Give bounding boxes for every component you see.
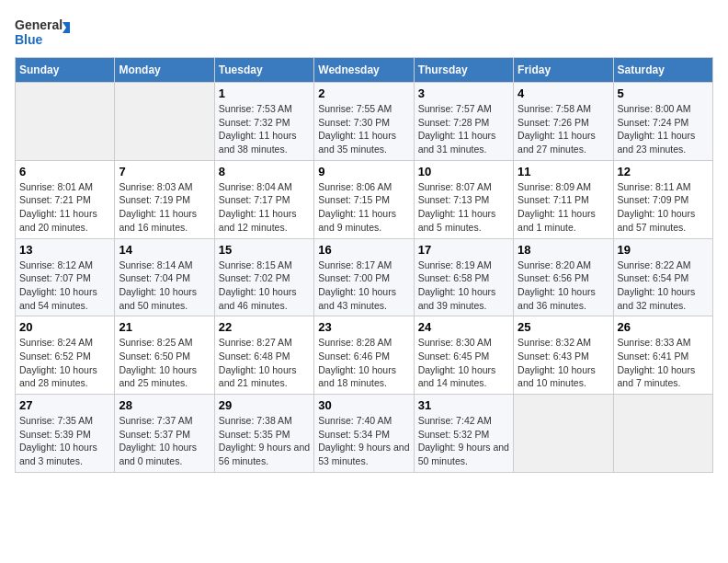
calendar-week-row: 20Sunrise: 8:24 AM Sunset: 6:52 PM Dayli… <box>16 316 713 395</box>
calendar-day-cell: 23Sunrise: 8:28 AM Sunset: 6:46 PM Dayli… <box>314 316 414 395</box>
weekday-header: Thursday <box>414 58 513 83</box>
calendar-day-cell: 27Sunrise: 7:35 AM Sunset: 5:39 PM Dayli… <box>16 395 115 473</box>
day-info: Sunrise: 8:01 AM Sunset: 7:21 PM Dayligh… <box>19 180 110 235</box>
calendar-day-cell: 25Sunrise: 8:32 AM Sunset: 6:43 PM Dayli… <box>514 316 613 395</box>
day-info: Sunrise: 7:58 AM Sunset: 7:26 PM Dayligh… <box>518 102 609 156</box>
day-info: Sunrise: 8:00 AM Sunset: 7:24 PM Dayligh… <box>618 102 709 156</box>
day-info: Sunrise: 8:14 AM Sunset: 7:04 PM Dayligh… <box>119 259 210 313</box>
day-info: Sunrise: 7:37 AM Sunset: 5:37 PM Dayligh… <box>119 414 210 468</box>
calendar-day-cell: 9Sunrise: 8:06 AM Sunset: 7:15 PM Daylig… <box>314 160 414 238</box>
calendar-week-row: 1Sunrise: 7:53 AM Sunset: 7:32 PM Daylig… <box>16 83 713 161</box>
day-number: 20 <box>19 320 110 334</box>
day-number: 25 <box>518 320 609 334</box>
day-number: 28 <box>119 398 210 412</box>
day-info: Sunrise: 8:25 AM Sunset: 6:50 PM Dayligh… <box>119 336 210 390</box>
calendar-day-cell: 24Sunrise: 8:30 AM Sunset: 6:45 PM Dayli… <box>414 316 513 395</box>
calendar-week-row: 6Sunrise: 8:01 AM Sunset: 7:21 PM Daylig… <box>16 160 713 238</box>
weekday-header: Monday <box>115 58 214 83</box>
calendar-day-cell: 15Sunrise: 8:15 AM Sunset: 7:02 PM Dayli… <box>214 238 313 316</box>
day-info: Sunrise: 8:19 AM Sunset: 6:58 PM Dayligh… <box>418 259 509 313</box>
day-info: Sunrise: 7:35 AM Sunset: 5:39 PM Dayligh… <box>19 414 110 468</box>
calendar-day-cell: 10Sunrise: 8:07 AM Sunset: 7:13 PM Dayli… <box>414 160 513 238</box>
day-number: 29 <box>219 398 310 412</box>
page-header: General Blue <box>15 15 713 50</box>
day-number: 12 <box>618 165 709 178</box>
calendar-week-row: 27Sunrise: 7:35 AM Sunset: 5:39 PM Dayli… <box>16 395 713 473</box>
svg-text:General: General <box>15 17 63 32</box>
day-number: 7 <box>119 165 210 178</box>
calendar-day-cell: 3Sunrise: 7:57 AM Sunset: 7:28 PM Daylig… <box>414 83 513 161</box>
day-info: Sunrise: 8:30 AM Sunset: 6:45 PM Dayligh… <box>418 336 509 390</box>
day-info: Sunrise: 8:07 AM Sunset: 7:13 PM Dayligh… <box>418 180 509 235</box>
day-info: Sunrise: 8:04 AM Sunset: 7:17 PM Dayligh… <box>219 180 310 235</box>
day-info: Sunrise: 8:11 AM Sunset: 7:09 PM Dayligh… <box>618 180 709 235</box>
day-number: 24 <box>418 320 509 334</box>
day-number: 10 <box>418 165 509 178</box>
calendar-day-cell <box>16 83 115 161</box>
day-number: 22 <box>219 320 310 334</box>
calendar-day-cell: 17Sunrise: 8:19 AM Sunset: 6:58 PM Dayli… <box>414 238 513 316</box>
day-number: 14 <box>119 243 210 257</box>
weekday-header: Wednesday <box>314 58 414 83</box>
day-number: 27 <box>19 398 110 412</box>
day-info: Sunrise: 8:15 AM Sunset: 7:02 PM Dayligh… <box>219 259 310 313</box>
day-number: 15 <box>219 243 310 257</box>
calendar-table: SundayMondayTuesdayWednesdayThursdayFrid… <box>15 57 713 473</box>
calendar-day-cell: 16Sunrise: 8:17 AM Sunset: 7:00 PM Dayli… <box>314 238 414 316</box>
weekday-header: Sunday <box>16 58 115 83</box>
calendar-day-cell: 5Sunrise: 8:00 AM Sunset: 7:24 PM Daylig… <box>613 83 712 161</box>
day-info: Sunrise: 7:53 AM Sunset: 7:32 PM Dayligh… <box>219 102 310 156</box>
calendar-day-cell: 29Sunrise: 7:38 AM Sunset: 5:35 PM Dayli… <box>214 395 313 473</box>
calendar-day-cell: 22Sunrise: 8:27 AM Sunset: 6:48 PM Dayli… <box>214 316 313 395</box>
calendar-day-cell: 2Sunrise: 7:55 AM Sunset: 7:30 PM Daylig… <box>314 83 414 161</box>
weekday-header: Saturday <box>613 58 712 83</box>
day-info: Sunrise: 7:55 AM Sunset: 7:30 PM Dayligh… <box>318 102 409 156</box>
day-info: Sunrise: 8:12 AM Sunset: 7:07 PM Dayligh… <box>19 259 110 313</box>
day-number: 3 <box>418 86 509 100</box>
calendar-day-cell: 13Sunrise: 8:12 AM Sunset: 7:07 PM Dayli… <box>16 238 115 316</box>
logo-svg: General Blue <box>15 15 70 50</box>
calendar-day-cell: 30Sunrise: 7:40 AM Sunset: 5:34 PM Dayli… <box>314 395 414 473</box>
day-info: Sunrise: 8:03 AM Sunset: 7:19 PM Dayligh… <box>119 180 210 235</box>
day-number: 31 <box>418 398 509 412</box>
day-info: Sunrise: 8:32 AM Sunset: 6:43 PM Dayligh… <box>518 336 609 390</box>
calendar-day-cell <box>613 395 712 473</box>
calendar-day-cell: 26Sunrise: 8:33 AM Sunset: 6:41 PM Dayli… <box>613 316 712 395</box>
day-number: 17 <box>418 243 509 257</box>
day-number: 1 <box>219 86 310 100</box>
day-info: Sunrise: 8:06 AM Sunset: 7:15 PM Dayligh… <box>318 180 409 235</box>
day-number: 9 <box>318 165 409 178</box>
calendar-day-cell: 19Sunrise: 8:22 AM Sunset: 6:54 PM Dayli… <box>613 238 712 316</box>
calendar-day-cell: 31Sunrise: 7:42 AM Sunset: 5:32 PM Dayli… <box>414 395 513 473</box>
svg-marker-2 <box>63 22 70 33</box>
day-info: Sunrise: 8:28 AM Sunset: 6:46 PM Dayligh… <box>318 336 409 390</box>
weekday-header: Friday <box>514 58 613 83</box>
calendar-day-cell: 7Sunrise: 8:03 AM Sunset: 7:19 PM Daylig… <box>115 160 214 238</box>
logo: General Blue <box>15 15 70 50</box>
calendar-day-cell: 6Sunrise: 8:01 AM Sunset: 7:21 PM Daylig… <box>16 160 115 238</box>
calendar-day-cell: 28Sunrise: 7:37 AM Sunset: 5:37 PM Dayli… <box>115 395 214 473</box>
calendar-day-cell: 20Sunrise: 8:24 AM Sunset: 6:52 PM Dayli… <box>16 316 115 395</box>
weekday-header: Tuesday <box>214 58 313 83</box>
calendar-day-cell <box>115 83 214 161</box>
day-number: 16 <box>318 243 409 257</box>
svg-text:Blue: Blue <box>15 32 43 47</box>
day-number: 2 <box>318 86 409 100</box>
day-info: Sunrise: 8:20 AM Sunset: 6:56 PM Dayligh… <box>518 259 609 313</box>
day-number: 6 <box>19 165 110 178</box>
day-info: Sunrise: 8:09 AM Sunset: 7:11 PM Dayligh… <box>518 180 609 235</box>
day-number: 8 <box>219 165 310 178</box>
calendar-day-cell: 21Sunrise: 8:25 AM Sunset: 6:50 PM Dayli… <box>115 316 214 395</box>
day-info: Sunrise: 8:33 AM Sunset: 6:41 PM Dayligh… <box>618 336 709 390</box>
day-number: 19 <box>618 243 709 257</box>
calendar-day-cell: 18Sunrise: 8:20 AM Sunset: 6:56 PM Dayli… <box>514 238 613 316</box>
day-info: Sunrise: 8:24 AM Sunset: 6:52 PM Dayligh… <box>19 336 110 390</box>
calendar-day-cell: 12Sunrise: 8:11 AM Sunset: 7:09 PM Dayli… <box>613 160 712 238</box>
day-info: Sunrise: 8:27 AM Sunset: 6:48 PM Dayligh… <box>219 336 310 390</box>
weekday-header-row: SundayMondayTuesdayWednesdayThursdayFrid… <box>16 58 713 83</box>
day-info: Sunrise: 7:42 AM Sunset: 5:32 PM Dayligh… <box>418 414 509 468</box>
calendar-day-cell: 8Sunrise: 8:04 AM Sunset: 7:17 PM Daylig… <box>214 160 313 238</box>
day-number: 4 <box>518 86 609 100</box>
day-info: Sunrise: 7:38 AM Sunset: 5:35 PM Dayligh… <box>219 414 310 468</box>
day-number: 11 <box>518 165 609 178</box>
